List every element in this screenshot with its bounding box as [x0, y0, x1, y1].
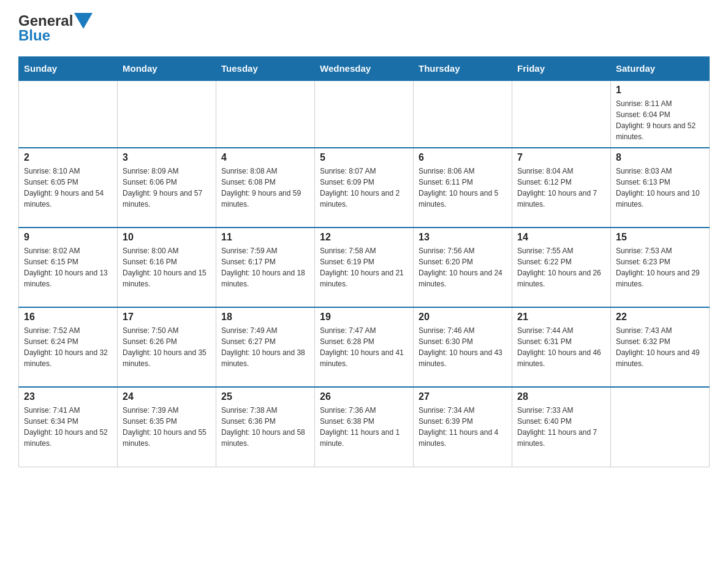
- day-number: 4: [221, 152, 309, 163]
- week-row-4: 16Sunrise: 7:52 AM Sunset: 6:24 PM Dayli…: [19, 307, 710, 387]
- week-row-2: 2Sunrise: 8:10 AM Sunset: 6:05 PM Daylig…: [19, 148, 710, 228]
- page-header: General Blue: [18, 12, 710, 44]
- week-row-1: 1Sunrise: 8:11 AM Sunset: 6:04 PM Daylig…: [19, 80, 710, 148]
- calendar-cell: 1Sunrise: 8:11 AM Sunset: 6:04 PM Daylig…: [611, 80, 710, 148]
- calendar-cell: 23Sunrise: 7:41 AM Sunset: 6:34 PM Dayli…: [19, 387, 118, 467]
- day-number: 22: [616, 312, 704, 323]
- calendar-cell: 7Sunrise: 8:04 AM Sunset: 6:12 PM Daylig…: [512, 148, 611, 228]
- weekday-header-friday: Friday: [512, 57, 611, 81]
- logo: General Blue: [18, 12, 93, 44]
- calendar-cell: 13Sunrise: 7:56 AM Sunset: 6:20 PM Dayli…: [414, 228, 512, 307]
- calendar-cell: 11Sunrise: 7:59 AM Sunset: 6:17 PM Dayli…: [216, 228, 315, 307]
- calendar-cell: 3Sunrise: 8:09 AM Sunset: 6:06 PM Daylig…: [118, 148, 216, 228]
- calendar-cell: [216, 80, 315, 148]
- calendar-cell: [118, 80, 216, 148]
- weekday-header-monday: Monday: [118, 57, 216, 81]
- weekday-header-saturday: Saturday: [611, 57, 710, 81]
- day-info: Sunrise: 7:41 AM Sunset: 6:34 PM Dayligh…: [24, 405, 112, 449]
- day-info: Sunrise: 7:36 AM Sunset: 6:38 PM Dayligh…: [320, 405, 408, 449]
- day-info: Sunrise: 7:34 AM Sunset: 6:39 PM Dayligh…: [419, 405, 507, 449]
- day-number: 28: [517, 391, 605, 402]
- day-info: Sunrise: 7:43 AM Sunset: 6:32 PM Dayligh…: [616, 325, 704, 369]
- day-info: Sunrise: 7:58 AM Sunset: 6:19 PM Dayligh…: [320, 245, 408, 289]
- calendar-table: SundayMondayTuesdayWednesdayThursdayFrid…: [18, 56, 710, 467]
- calendar-cell: 6Sunrise: 8:06 AM Sunset: 6:11 PM Daylig…: [414, 148, 512, 228]
- calendar-cell: 22Sunrise: 7:43 AM Sunset: 6:32 PM Dayli…: [611, 307, 710, 387]
- day-info: Sunrise: 8:02 AM Sunset: 6:15 PM Dayligh…: [24, 245, 112, 289]
- day-info: Sunrise: 7:46 AM Sunset: 6:30 PM Dayligh…: [419, 325, 507, 369]
- day-info: Sunrise: 8:09 AM Sunset: 6:06 PM Dayligh…: [123, 166, 211, 210]
- calendar-cell: 14Sunrise: 7:55 AM Sunset: 6:22 PM Dayli…: [512, 228, 611, 307]
- day-info: Sunrise: 8:07 AM Sunset: 6:09 PM Dayligh…: [320, 166, 408, 210]
- calendar-cell: 20Sunrise: 7:46 AM Sunset: 6:30 PM Dayli…: [414, 307, 512, 387]
- calendar-cell: 26Sunrise: 7:36 AM Sunset: 6:38 PM Dayli…: [315, 387, 414, 467]
- day-number: 15: [616, 232, 704, 243]
- calendar-cell: [315, 80, 414, 148]
- day-number: 9: [24, 232, 112, 243]
- weekday-header-row: SundayMondayTuesdayWednesdayThursdayFrid…: [19, 57, 710, 81]
- day-info: Sunrise: 8:08 AM Sunset: 6:08 PM Dayligh…: [221, 166, 309, 210]
- day-number: 1: [616, 85, 704, 96]
- day-number: 10: [123, 232, 211, 243]
- svg-marker-0: [74, 13, 93, 29]
- calendar-cell: [611, 387, 710, 467]
- day-number: 24: [123, 391, 211, 402]
- day-info: Sunrise: 7:47 AM Sunset: 6:28 PM Dayligh…: [320, 325, 408, 369]
- calendar-cell: 17Sunrise: 7:50 AM Sunset: 6:26 PM Dayli…: [118, 307, 216, 387]
- day-info: Sunrise: 8:10 AM Sunset: 6:05 PM Dayligh…: [24, 166, 112, 210]
- day-info: Sunrise: 7:52 AM Sunset: 6:24 PM Dayligh…: [24, 325, 112, 369]
- day-info: Sunrise: 7:49 AM Sunset: 6:27 PM Dayligh…: [221, 325, 309, 369]
- logo-blue-text: Blue: [18, 27, 50, 44]
- day-number: 2: [24, 152, 112, 163]
- day-number: 13: [419, 232, 507, 243]
- day-number: 17: [123, 312, 211, 323]
- day-number: 18: [221, 312, 309, 323]
- day-info: Sunrise: 7:53 AM Sunset: 6:23 PM Dayligh…: [616, 245, 704, 289]
- day-number: 26: [320, 391, 408, 402]
- day-number: 16: [24, 312, 112, 323]
- day-number: 5: [320, 152, 408, 163]
- week-row-5: 23Sunrise: 7:41 AM Sunset: 6:34 PM Dayli…: [19, 387, 710, 467]
- weekday-header-sunday: Sunday: [19, 57, 118, 81]
- day-number: 20: [419, 312, 507, 323]
- calendar-cell: 4Sunrise: 8:08 AM Sunset: 6:08 PM Daylig…: [216, 148, 315, 228]
- calendar-cell: [414, 80, 512, 148]
- calendar-cell: 18Sunrise: 7:49 AM Sunset: 6:27 PM Dayli…: [216, 307, 315, 387]
- calendar-cell: 28Sunrise: 7:33 AM Sunset: 6:40 PM Dayli…: [512, 387, 611, 467]
- day-number: 19: [320, 312, 408, 323]
- day-number: 23: [24, 391, 112, 402]
- day-info: Sunrise: 8:04 AM Sunset: 6:12 PM Dayligh…: [517, 166, 605, 210]
- day-info: Sunrise: 7:33 AM Sunset: 6:40 PM Dayligh…: [517, 405, 605, 449]
- calendar-cell: 27Sunrise: 7:34 AM Sunset: 6:39 PM Dayli…: [414, 387, 512, 467]
- day-info: Sunrise: 7:50 AM Sunset: 6:26 PM Dayligh…: [123, 325, 211, 369]
- calendar-cell: 16Sunrise: 7:52 AM Sunset: 6:24 PM Dayli…: [19, 307, 118, 387]
- day-number: 8: [616, 152, 704, 163]
- calendar-cell: 25Sunrise: 7:38 AM Sunset: 6:36 PM Dayli…: [216, 387, 315, 467]
- calendar-cell: 12Sunrise: 7:58 AM Sunset: 6:19 PM Dayli…: [315, 228, 414, 307]
- day-info: Sunrise: 7:59 AM Sunset: 6:17 PM Dayligh…: [221, 245, 309, 289]
- week-row-3: 9Sunrise: 8:02 AM Sunset: 6:15 PM Daylig…: [19, 228, 710, 307]
- day-info: Sunrise: 7:44 AM Sunset: 6:31 PM Dayligh…: [517, 325, 605, 369]
- calendar-cell: 24Sunrise: 7:39 AM Sunset: 6:35 PM Dayli…: [118, 387, 216, 467]
- calendar-cell: 21Sunrise: 7:44 AM Sunset: 6:31 PM Dayli…: [512, 307, 611, 387]
- day-info: Sunrise: 8:06 AM Sunset: 6:11 PM Dayligh…: [419, 166, 507, 210]
- calendar-cell: [19, 80, 118, 148]
- logo-arrow-icon: [74, 13, 93, 29]
- calendar-cell: 10Sunrise: 8:00 AM Sunset: 6:16 PM Dayli…: [118, 228, 216, 307]
- day-info: Sunrise: 8:11 AM Sunset: 6:04 PM Dayligh…: [616, 98, 704, 142]
- day-number: 11: [221, 232, 309, 243]
- weekday-header-thursday: Thursday: [414, 57, 512, 81]
- day-number: 14: [517, 232, 605, 243]
- day-number: 27: [419, 391, 507, 402]
- weekday-header-wednesday: Wednesday: [315, 57, 414, 81]
- day-number: 7: [517, 152, 605, 163]
- day-number: 25: [221, 391, 309, 402]
- day-info: Sunrise: 8:03 AM Sunset: 6:13 PM Dayligh…: [616, 166, 704, 210]
- day-info: Sunrise: 7:55 AM Sunset: 6:22 PM Dayligh…: [517, 245, 605, 289]
- calendar-cell: 15Sunrise: 7:53 AM Sunset: 6:23 PM Dayli…: [611, 228, 710, 307]
- day-info: Sunrise: 7:39 AM Sunset: 6:35 PM Dayligh…: [123, 405, 211, 449]
- day-number: 12: [320, 232, 408, 243]
- calendar-cell: [512, 80, 611, 148]
- calendar-cell: 5Sunrise: 8:07 AM Sunset: 6:09 PM Daylig…: [315, 148, 414, 228]
- calendar-cell: 8Sunrise: 8:03 AM Sunset: 6:13 PM Daylig…: [611, 148, 710, 228]
